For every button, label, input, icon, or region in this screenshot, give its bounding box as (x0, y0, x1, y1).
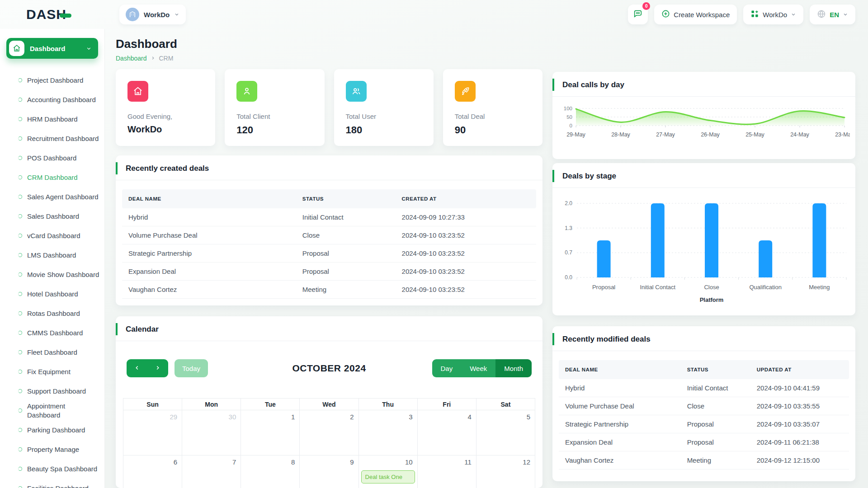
status-cell: Close (296, 231, 396, 239)
table-row[interactable]: Expansion DealProposal2024-09-11 06:21:3… (559, 433, 849, 451)
sidebar-item[interactable]: LMS Dashboard (0, 245, 104, 265)
date-cell: 2024-09-10 03:23:52 (396, 267, 536, 275)
date-cell: 2024-09-12 12:15:00 (750, 456, 849, 464)
sidebar-item[interactable]: Rotas Dashboard (0, 304, 104, 323)
calendar-day-cell[interactable]: 12 (476, 455, 535, 488)
date-cell: 2024-09-10 03:35:55 (750, 402, 849, 410)
table-row[interactable]: Strategic PartnershipProposal2024-09-10 … (559, 415, 849, 433)
svg-text:Initial Contact: Initial Contact (640, 284, 675, 291)
sidebar-item[interactable]: Fleet Dashboard (0, 343, 104, 362)
sidebar-item[interactable]: vCard Dashboard (0, 226, 104, 245)
column-header: DEAL NAME (122, 196, 296, 202)
calendar-next-button[interactable] (147, 359, 168, 377)
sidebar-item[interactable]: Movie Show Dashboard (0, 265, 104, 284)
calendar-day-cell[interactable]: 2 (300, 410, 359, 455)
sidebar-item[interactable]: CRM Dashboard (0, 168, 104, 187)
sidebar-item[interactable]: Beauty Spa Dashboard (0, 459, 104, 479)
calendar-day-cell[interactable]: 29 (123, 410, 182, 455)
chevron-left-icon (134, 365, 140, 372)
sidebar-item[interactable]: Support Dashboard (0, 381, 104, 401)
calendar-day-cell[interactable]: 10Deal task One (359, 455, 418, 488)
sidebar-item[interactable]: Recruitment Dashboard (0, 129, 104, 148)
date-cell: 2024-09-10 03:23:52 (396, 286, 536, 293)
deal-name-cell: Vaughan Cortez (122, 286, 296, 293)
create-workspace-button[interactable]: Create Workspace (654, 5, 737, 24)
sidebar-item[interactable]: Parking Dashboard (0, 420, 104, 440)
table-row[interactable]: HybridInitial Contact2024-09-10 04:41:59 (559, 379, 849, 397)
calendar-day-cell[interactable]: 1 (241, 410, 300, 455)
svg-text:50: 50 (566, 114, 572, 120)
calendar-prev-button[interactable] (127, 359, 147, 377)
calendar-card: Calendar Today OCTOBER 2024 DayWeekMonth… (116, 316, 542, 488)
stat-label: Total Deal (455, 113, 531, 120)
sidebar-item[interactable]: CMMS Dashboard (0, 323, 104, 343)
calendar-day-header: Wed (300, 399, 359, 410)
svg-text:24-May: 24-May (790, 131, 809, 138)
table-row[interactable]: Vaughan CortezMeeting2024-09-12 12:15:00 (559, 451, 849, 469)
status-cell: Proposal (296, 249, 396, 257)
page-title: Dashboard (116, 37, 177, 51)
workspace-chip[interactable]: WorkDo (119, 5, 186, 24)
day-number: 8 (291, 458, 295, 466)
deal-name-cell: Volume Purchase Deal (122, 231, 296, 239)
circle-icon (18, 467, 22, 471)
calendar-day-cell[interactable]: 6 (123, 455, 182, 488)
sidebar-item[interactable]: HRM Dashboard (0, 109, 104, 129)
calendar-view-month-button[interactable]: Month (495, 359, 532, 377)
app-logo[interactable]: DASH (26, 7, 71, 22)
table-row[interactable]: Vaughan CortezMeeting2024-09-10 03:23:52 (122, 281, 536, 299)
calendar-event[interactable]: Deal task One (361, 470, 415, 483)
svg-text:100: 100 (564, 106, 572, 111)
status-cell: Proposal (296, 267, 396, 275)
deal-name-cell: Strategic Partnership (559, 420, 681, 428)
sidebar-item[interactable]: Fix Equipment (0, 362, 104, 381)
circle-icon (18, 117, 22, 121)
sidebar-item[interactable]: POS Dashboard (0, 148, 104, 168)
sidebar-item[interactable]: Facilities Dashboard (0, 479, 104, 488)
svg-text:23-May: 23-May (835, 131, 850, 138)
calendar-day-header: Thu (359, 399, 418, 410)
table-row[interactable]: Strategic PartnershipProposal2024-09-10 … (122, 244, 536, 263)
svg-text:0.7: 0.7 (565, 249, 572, 256)
sidebar-item[interactable]: Property Manage (0, 440, 104, 459)
workspace-menu-button[interactable]: WorkDo (743, 5, 803, 24)
svg-text:26-May: 26-May (701, 131, 720, 138)
circle-icon (18, 156, 22, 160)
circle-icon (18, 447, 22, 451)
language-button[interactable]: EN (810, 5, 855, 24)
calendar-day-cell[interactable]: 5 (476, 410, 535, 455)
calendar-today-button[interactable]: Today (175, 359, 208, 377)
plus-circle-icon (661, 9, 670, 19)
circle-icon (18, 214, 22, 218)
calendar-view-day-button[interactable]: Day (432, 359, 462, 377)
sidebar-item[interactable]: Sales Agent Dashboard (0, 187, 104, 206)
svg-text:Qualification: Qualification (749, 284, 782, 291)
sidebar-item[interactable]: Hotel Dashboard (0, 284, 104, 304)
calendar-view-week-button[interactable]: Week (461, 359, 495, 377)
calendar-day-cell[interactable]: 9 (300, 455, 359, 488)
sidebar-item[interactable]: Appointment Dashboard (0, 401, 104, 420)
column-header: DEAL NAME (559, 367, 681, 372)
calendar-day-cell[interactable]: 4 (418, 410, 476, 455)
sidebar-item-dashboard[interactable]: Dashboard (6, 38, 98, 59)
sidebar-item[interactable]: Project Dashboard (0, 70, 104, 90)
breadcrumb-home-link[interactable]: Dashboard (116, 55, 147, 62)
table-row[interactable]: Volume Purchase DealClose2024-09-10 03:2… (122, 226, 536, 244)
table-row[interactable]: Volume Purchase DealClose2024-09-10 03:3… (559, 397, 849, 415)
calendar-day-cell[interactable]: 3 (359, 410, 418, 455)
grid-icon (750, 9, 759, 19)
messages-button[interactable]: 0 (628, 5, 648, 24)
table-row[interactable]: Expansion DealProposal2024-09-10 03:23:5… (122, 263, 536, 281)
sidebar-item[interactable]: Sales Dashboard (0, 206, 104, 226)
table-row[interactable]: HybridInitial Contact2024-09-09 10:27:33 (122, 208, 536, 226)
stat-card: Good Evening,WorkDo (116, 69, 215, 146)
svg-text:28-May: 28-May (611, 131, 630, 138)
circle-icon (18, 408, 22, 413)
calendar-day-cell[interactable]: 8 (241, 455, 300, 488)
sidebar-item[interactable]: Accounting Dashboard (0, 90, 104, 109)
calendar-day-cell[interactable]: 11 (418, 455, 476, 488)
calendar-day-cell[interactable]: 30 (182, 410, 241, 455)
table-header-row: DEAL NAMESTATUSCREATED AT (122, 189, 536, 208)
calendar-day-cell[interactable]: 7 (182, 455, 241, 488)
day-number: 5 (527, 413, 530, 421)
